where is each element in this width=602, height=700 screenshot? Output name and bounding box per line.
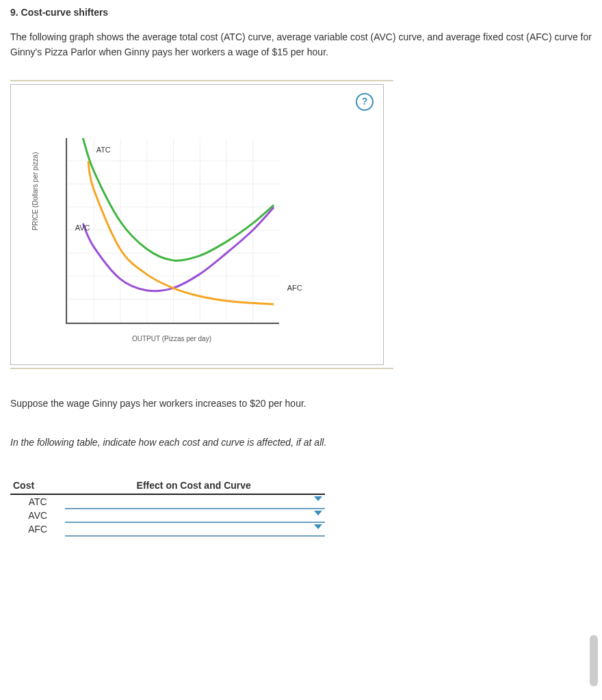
x-axis-label: OUTPUT (Pizzas per day) [66,335,278,342]
plot-area: ATC AVC AFC [66,138,279,324]
avc-curve [83,208,274,292]
row-label: ATC [10,494,65,509]
col-header-effect: Effect on Cost and Curve [65,477,325,494]
avc-label: AVC [75,224,90,232]
afc-curve [88,161,274,304]
divider-top [10,80,393,81]
y-axis-label: PRICE (Dollars per pizza) [31,152,39,230]
atc-label: ATC [96,146,111,154]
table-body: ATCAVCAFC [10,494,325,536]
curves-svg [67,138,279,323]
cost-table: Cost Effect on Cost and Curve ATCAVCAFC [10,477,325,537]
intro-text: The following graph shows the average to… [10,30,592,59]
effect-dropdown[interactable] [65,494,325,509]
help-icon[interactable]: ? [356,93,374,111]
row-label: AFC [10,522,65,536]
table-row: AVC [10,509,325,522]
effect-dropdown[interactable] [65,522,325,536]
table-row: ATC [10,494,325,509]
chevron-down-icon [314,511,322,515]
afc-label: AFC [287,284,302,292]
table-row: AFC [10,522,325,536]
col-header-cost: Cost [10,477,65,494]
table-instruction: In the following table, indicate how eac… [10,435,592,450]
atc-curve [83,138,274,260]
scenario-prompt: Suppose the wage Ginny pays her workers … [10,396,592,411]
row-label: AVC [10,509,65,522]
effect-dropdown[interactable] [65,509,325,522]
divider-bottom [10,368,393,369]
question-heading: 9. Cost-curve shifters [10,7,592,18]
graph-panel: ? PRICE (Dollars per pizza) ATC AVC AFC … [10,84,384,365]
chevron-down-icon [314,524,322,529]
chart: PRICE (Dollars per pizza) ATC AVC AFC OU… [66,138,285,342]
chevron-down-icon [314,496,322,501]
